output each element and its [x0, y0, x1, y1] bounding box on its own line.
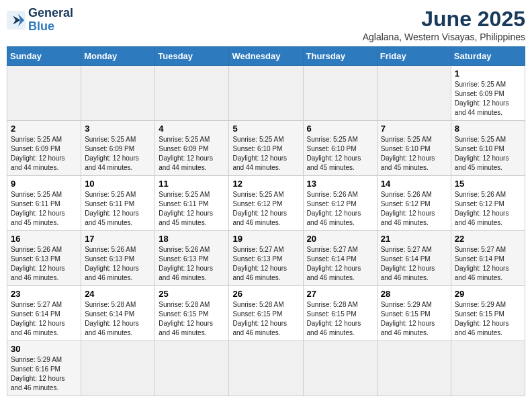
calendar-day-cell — [7, 66, 81, 121]
calendar-day-cell — [377, 341, 451, 396]
calendar-day-cell: 3Sunrise: 5:25 AMSunset: 6:09 PMDaylight… — [81, 121, 155, 176]
day-detail: Sunrise: 5:25 AMSunset: 6:11 PMDaylight:… — [159, 190, 225, 228]
calendar-day-cell: 12Sunrise: 5:25 AMSunset: 6:12 PMDayligh… — [229, 176, 303, 231]
calendar-day-cell: 13Sunrise: 5:26 AMSunset: 6:12 PMDayligh… — [303, 176, 377, 231]
day-detail: Sunrise: 5:25 AMSunset: 6:10 PMDaylight:… — [455, 135, 521, 173]
calendar-day-cell: 8Sunrise: 5:25 AMSunset: 6:10 PMDaylight… — [451, 121, 525, 176]
day-number: 27 — [307, 289, 373, 299]
logo: General Blue — [7, 7, 73, 34]
day-number: 29 — [455, 289, 521, 299]
day-number: 6 — [307, 124, 373, 134]
day-detail: Sunrise: 5:28 AMSunset: 6:15 PMDaylight:… — [159, 300, 225, 338]
day-number: 30 — [11, 344, 77, 354]
calendar-day-cell: 10Sunrise: 5:25 AMSunset: 6:11 PMDayligh… — [81, 176, 155, 231]
calendar-day-cell: 4Sunrise: 5:25 AMSunset: 6:09 PMDaylight… — [155, 121, 229, 176]
logo-line2: Blue — [28, 20, 73, 34]
page-header: General Blue June 2025 Aglalana, Western… — [7, 7, 525, 42]
calendar-day-cell — [303, 341, 377, 396]
day-number: 15 — [455, 179, 521, 189]
day-detail: Sunrise: 5:26 AMSunset: 6:12 PMDaylight:… — [381, 190, 447, 228]
day-detail: Sunrise: 5:27 AMSunset: 6:14 PMDaylight:… — [307, 245, 373, 283]
calendar-day-cell: 18Sunrise: 5:26 AMSunset: 6:13 PMDayligh… — [155, 231, 229, 286]
day-number: 21 — [381, 234, 447, 244]
day-detail: Sunrise: 5:27 AMSunset: 6:14 PMDaylight:… — [381, 245, 447, 283]
day-number: 10 — [85, 179, 151, 189]
day-detail: Sunrise: 5:29 AMSunset: 6:15 PMDaylight:… — [455, 300, 521, 338]
day-number: 24 — [85, 289, 151, 299]
day-detail: Sunrise: 5:25 AMSunset: 6:09 PMDaylight:… — [159, 135, 225, 173]
day-detail: Sunrise: 5:29 AMSunset: 6:16 PMDaylight:… — [11, 355, 77, 393]
day-detail: Sunrise: 5:25 AMSunset: 6:10 PMDaylight:… — [381, 135, 447, 173]
day-detail: Sunrise: 5:25 AMSunset: 6:09 PMDaylight:… — [85, 135, 151, 173]
calendar-day-cell: 27Sunrise: 5:28 AMSunset: 6:15 PMDayligh… — [303, 286, 377, 341]
col-saturday: Saturday — [451, 47, 525, 66]
calendar-day-cell: 7Sunrise: 5:25 AMSunset: 6:10 PMDaylight… — [377, 121, 451, 176]
calendar-week-row: 1Sunrise: 5:25 AMSunset: 6:09 PMDaylight… — [7, 66, 525, 121]
calendar-day-cell — [81, 66, 155, 121]
col-sunday: Sunday — [7, 47, 81, 66]
calendar-day-cell — [155, 341, 229, 396]
day-detail: Sunrise: 5:27 AMSunset: 6:14 PMDaylight:… — [11, 300, 77, 338]
calendar-day-cell — [229, 341, 303, 396]
calendar-day-cell: 9Sunrise: 5:25 AMSunset: 6:11 PMDaylight… — [7, 176, 81, 231]
day-number: 1 — [455, 68, 521, 79]
calendar-day-cell — [155, 66, 229, 121]
day-detail: Sunrise: 5:25 AMSunset: 6:11 PMDaylight:… — [85, 190, 151, 228]
day-detail: Sunrise: 5:29 AMSunset: 6:15 PMDaylight:… — [381, 300, 447, 338]
calendar-day-cell: 26Sunrise: 5:28 AMSunset: 6:15 PMDayligh… — [229, 286, 303, 341]
day-number: 23 — [11, 289, 77, 299]
calendar-day-cell: 19Sunrise: 5:27 AMSunset: 6:13 PMDayligh… — [229, 231, 303, 286]
calendar-table: Sunday Monday Tuesday Wednesday Thursday… — [7, 46, 525, 396]
day-detail: Sunrise: 5:26 AMSunset: 6:13 PMDaylight:… — [85, 245, 151, 283]
calendar-day-cell: 17Sunrise: 5:26 AMSunset: 6:13 PMDayligh… — [81, 231, 155, 286]
day-detail: Sunrise: 5:26 AMSunset: 6:12 PMDaylight:… — [455, 190, 521, 228]
calendar-day-cell — [81, 341, 155, 396]
calendar-day-cell: 23Sunrise: 5:27 AMSunset: 6:14 PMDayligh… — [7, 286, 81, 341]
day-number: 12 — [232, 179, 299, 189]
calendar-week-row: 9Sunrise: 5:25 AMSunset: 6:11 PMDaylight… — [7, 176, 525, 231]
calendar-week-row: 16Sunrise: 5:26 AMSunset: 6:13 PMDayligh… — [7, 231, 525, 286]
col-friday: Friday — [377, 47, 451, 66]
day-detail: Sunrise: 5:27 AMSunset: 6:13 PMDaylight:… — [232, 245, 299, 283]
calendar-week-row: 2Sunrise: 5:25 AMSunset: 6:09 PMDaylight… — [7, 121, 525, 176]
day-detail: Sunrise: 5:28 AMSunset: 6:15 PMDaylight:… — [232, 300, 299, 338]
calendar-day-cell: 14Sunrise: 5:26 AMSunset: 6:12 PMDayligh… — [377, 176, 451, 231]
day-detail: Sunrise: 5:25 AMSunset: 6:09 PMDaylight:… — [11, 135, 77, 173]
day-number: 19 — [232, 234, 299, 244]
day-number: 20 — [307, 234, 373, 244]
day-number: 3 — [85, 124, 151, 134]
day-number: 16 — [11, 234, 77, 244]
logo-line1: General — [28, 7, 73, 20]
calendar-day-cell: 20Sunrise: 5:27 AMSunset: 6:14 PMDayligh… — [303, 231, 377, 286]
calendar-day-cell — [303, 66, 377, 121]
col-monday: Monday — [81, 47, 155, 66]
calendar-day-cell — [377, 66, 451, 121]
calendar-day-cell: 30Sunrise: 5:29 AMSunset: 6:16 PMDayligh… — [7, 341, 81, 396]
calendar-day-cell: 2Sunrise: 5:25 AMSunset: 6:09 PMDaylight… — [7, 121, 81, 176]
day-detail: Sunrise: 5:25 AMSunset: 6:09 PMDaylight:… — [455, 80, 521, 118]
calendar-day-cell: 15Sunrise: 5:26 AMSunset: 6:12 PMDayligh… — [451, 176, 525, 231]
day-detail: Sunrise: 5:26 AMSunset: 6:12 PMDaylight:… — [307, 190, 373, 228]
day-number: 7 — [381, 124, 447, 134]
calendar-day-cell: 24Sunrise: 5:28 AMSunset: 6:14 PMDayligh… — [81, 286, 155, 341]
day-number: 17 — [85, 234, 151, 244]
calendar-day-cell: 22Sunrise: 5:27 AMSunset: 6:14 PMDayligh… — [451, 231, 525, 286]
day-detail: Sunrise: 5:25 AMSunset: 6:11 PMDaylight:… — [11, 190, 77, 228]
day-number: 2 — [11, 124, 77, 134]
day-number: 22 — [455, 234, 521, 244]
day-detail: Sunrise: 5:26 AMSunset: 6:13 PMDaylight:… — [159, 245, 225, 283]
day-detail: Sunrise: 5:25 AMSunset: 6:10 PMDaylight:… — [307, 135, 373, 173]
calendar-day-cell: 11Sunrise: 5:25 AMSunset: 6:11 PMDayligh… — [155, 176, 229, 231]
day-number: 9 — [11, 179, 77, 189]
day-number: 8 — [455, 124, 521, 134]
day-number: 28 — [381, 289, 447, 299]
calendar-header-row: Sunday Monday Tuesday Wednesday Thursday… — [7, 47, 525, 66]
calendar-day-cell: 6Sunrise: 5:25 AMSunset: 6:10 PMDaylight… — [303, 121, 377, 176]
day-number: 5 — [232, 124, 299, 134]
month-year-title: June 2025 — [363, 7, 525, 32]
day-number: 4 — [159, 124, 225, 134]
calendar-week-row: 30Sunrise: 5:29 AMSunset: 6:16 PMDayligh… — [7, 341, 525, 396]
calendar-day-cell — [451, 341, 525, 396]
day-detail: Sunrise: 5:28 AMSunset: 6:15 PMDaylight:… — [307, 300, 373, 338]
day-detail: Sunrise: 5:27 AMSunset: 6:14 PMDaylight:… — [455, 245, 521, 283]
